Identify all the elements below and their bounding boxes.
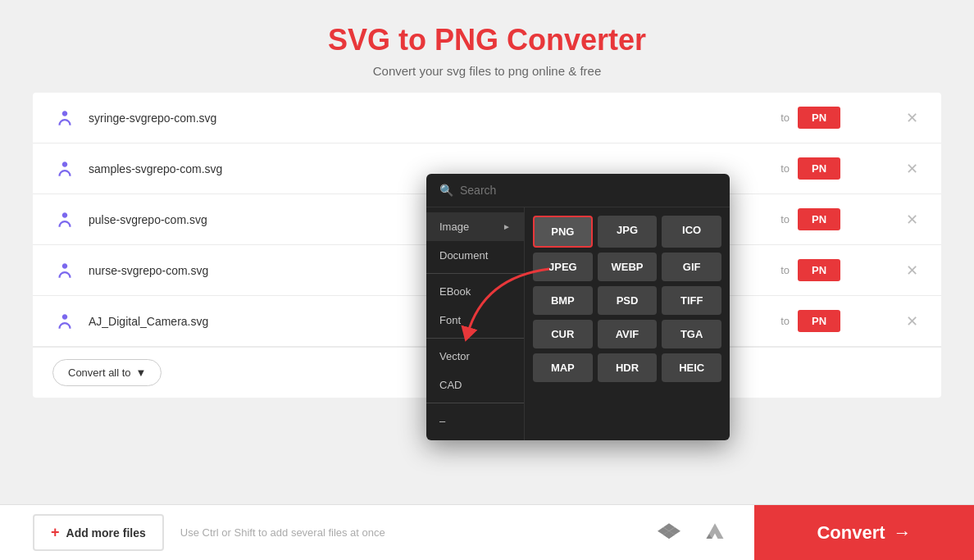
category-label-ebook: EBook: [439, 285, 471, 298]
convert-label: Convert: [817, 522, 885, 544]
category-item-font[interactable]: Font: [426, 306, 524, 335]
format-grid: PNG JPG ICO JPEG WEBP GIF BMP PSD TIFF C…: [525, 207, 730, 440]
category-item-image[interactable]: Image ►: [426, 212, 524, 241]
format-item-jpg[interactable]: JPG: [598, 216, 658, 248]
category-label-image: Image: [439, 221, 469, 233]
separator-3: [426, 403, 524, 403]
category-label-cad: CAD: [439, 379, 462, 391]
format-item-png[interactable]: PNG: [533, 216, 593, 248]
file-to-5: to: [781, 315, 790, 327]
convert-all-label: Convert all to: [68, 367, 131, 379]
arrow-right-icon: →: [894, 522, 912, 544]
separator: [426, 273, 524, 274]
close-btn-2[interactable]: ✕: [903, 157, 922, 181]
format-btn-1[interactable]: PN: [798, 107, 840, 129]
format-item-heic[interactable]: HEIC: [662, 353, 721, 382]
category-item-document[interactable]: Document: [426, 241, 524, 270]
format-item-tiff[interactable]: TIFF: [662, 286, 721, 315]
format-btn-2[interactable]: PN: [798, 157, 840, 180]
file-row: syringe-svgrepo-com.svg to PN ✕: [33, 93, 941, 143]
gdrive-icon[interactable]: [700, 518, 730, 548]
file-icon-1: [52, 106, 77, 130]
file-name-1: syringe-svgrepo-com.svg: [89, 112, 781, 125]
format-item-ico[interactable]: ICO: [662, 216, 721, 248]
header: SVG to PNG Converter Convert your svg fi…: [0, 0, 974, 93]
cloud-icons: [654, 518, 730, 548]
format-btn-5[interactable]: PN: [798, 310, 840, 332]
bottom-bar: + Add more files Use Ctrl or Shift to ad…: [0, 504, 974, 560]
format-item-gif[interactable]: GIF: [662, 253, 721, 281]
category-list: Image ► Document EBook Font Vector: [426, 207, 525, 440]
close-btn-4[interactable]: ✕: [903, 258, 922, 283]
add-files-button[interactable]: + Add more files: [33, 514, 164, 551]
category-label-more: –: [439, 415, 445, 427]
category-item-more[interactable]: –: [426, 407, 524, 435]
category-item-vector[interactable]: Vector: [426, 342, 524, 371]
format-item-tga[interactable]: TGA: [662, 320, 721, 348]
format-item-webp[interactable]: WEBP: [598, 253, 658, 281]
search-input[interactable]: [460, 184, 717, 197]
format-item-map[interactable]: MAP: [533, 353, 593, 382]
format-item-jpeg[interactable]: JPEG: [533, 253, 593, 281]
file-to-1: to: [781, 112, 790, 124]
search-icon: 🔍: [439, 184, 453, 197]
category-label-font: Font: [439, 314, 461, 326]
format-item-psd[interactable]: PSD: [598, 286, 658, 315]
file-icon-4: [52, 258, 77, 283]
format-item-hdr[interactable]: HDR: [598, 353, 658, 382]
convert-button[interactable]: Convert →: [754, 505, 974, 561]
format-item-avif[interactable]: AVIF: [598, 320, 658, 348]
hint-text: Use Ctrl or Shift to add several files a…: [180, 526, 654, 539]
category-label-vector: Vector: [439, 350, 470, 362]
dropbox-icon[interactable]: [654, 518, 684, 548]
format-dropdown[interactable]: 🔍 Image ► Document EBook Font: [426, 174, 730, 440]
chevron-down-icon: ▼: [136, 367, 147, 379]
close-btn-5[interactable]: ✕: [903, 309, 922, 334]
category-label-document: Document: [439, 249, 488, 262]
separator-2: [426, 338, 524, 339]
dropdown-body: Image ► Document EBook Font Vector: [426, 207, 730, 440]
file-to-4: to: [781, 264, 790, 276]
format-btn-4[interactable]: PN: [798, 259, 840, 281]
file-icon-5: [52, 309, 77, 334]
file-icon-3: [52, 207, 77, 232]
format-btn-3[interactable]: PN: [798, 208, 840, 230]
dropdown-search-bar: 🔍: [426, 174, 730, 207]
format-item-cur[interactable]: CUR: [533, 320, 593, 348]
page-container: SVG to PNG Converter Convert your svg fi…: [0, 0, 974, 560]
chevron-right-icon: ►: [503, 222, 511, 231]
plus-icon: +: [51, 524, 60, 541]
close-btn-3[interactable]: ✕: [903, 207, 922, 232]
category-item-cad[interactable]: CAD: [426, 371, 524, 399]
file-to-2: to: [781, 162, 790, 175]
file-to-3: to: [781, 213, 790, 225]
page-subtitle: Convert your svg files to png online & f…: [0, 64, 974, 78]
category-item-ebook[interactable]: EBook: [426, 277, 524, 306]
page-title: SVG to PNG Converter: [0, 23, 974, 57]
close-btn-1[interactable]: ✕: [903, 106, 922, 130]
file-icon-2: [52, 157, 77, 181]
convert-all-button[interactable]: Convert all to ▼: [52, 359, 162, 386]
add-files-label: Add more files: [66, 526, 146, 540]
format-item-bmp[interactable]: BMP: [533, 286, 593, 315]
